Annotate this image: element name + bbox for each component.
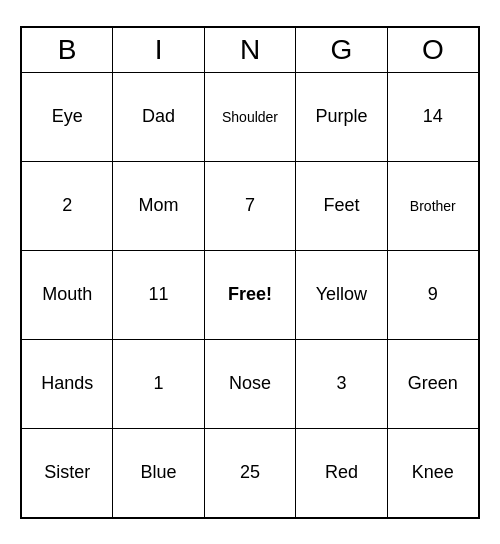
bingo-row-1: 2Mom7FeetBrother [22,161,478,250]
cell-4-4: Knee [388,429,478,517]
cell-0-0: Eye [22,73,113,161]
bingo-row-2: Mouth11Free!Yellow9 [22,250,478,339]
cell-2-4: 9 [388,251,478,339]
cell-4-0: Sister [22,429,113,517]
bingo-card: BINGO EyeDadShoulderPurple142Mom7FeetBro… [20,26,480,519]
bingo-header: BINGO [22,28,478,72]
bingo-row-0: EyeDadShoulderPurple14 [22,72,478,161]
cell-3-0: Hands [22,340,113,428]
cell-1-3: Feet [296,162,387,250]
bingo-row-3: Hands1Nose3Green [22,339,478,428]
cell-2-2: Free! [205,251,296,339]
bingo-grid: EyeDadShoulderPurple142Mom7FeetBrotherMo… [22,72,478,517]
cell-0-1: Dad [113,73,204,161]
cell-0-3: Purple [296,73,387,161]
cell-1-1: Mom [113,162,204,250]
cell-1-2: 7 [205,162,296,250]
header-letter-i: I [113,28,204,72]
header-letter-g: G [296,28,387,72]
bingo-row-4: SisterBlue25RedKnee [22,428,478,517]
header-letter-b: B [22,28,113,72]
cell-3-4: Green [388,340,478,428]
cell-0-2: Shoulder [205,73,296,161]
cell-3-1: 1 [113,340,204,428]
header-letter-n: N [205,28,296,72]
cell-3-2: Nose [205,340,296,428]
cell-2-3: Yellow [296,251,387,339]
cell-1-4: Brother [388,162,478,250]
cell-2-1: 11 [113,251,204,339]
cell-4-3: Red [296,429,387,517]
cell-2-0: Mouth [22,251,113,339]
cell-4-1: Blue [113,429,204,517]
cell-0-4: 14 [388,73,478,161]
cell-3-3: 3 [296,340,387,428]
header-letter-o: O [388,28,478,72]
cell-1-0: 2 [22,162,113,250]
cell-4-2: 25 [205,429,296,517]
